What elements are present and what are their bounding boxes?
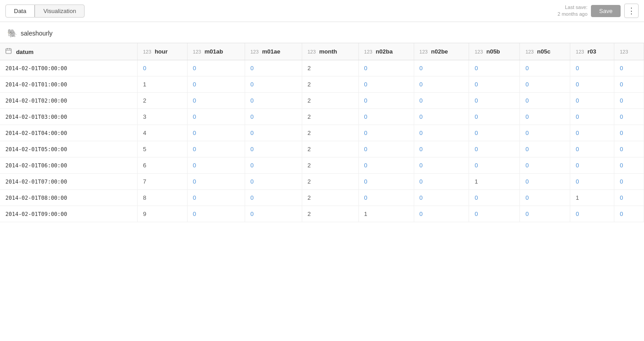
cell-n02be: 0 [414, 93, 469, 109]
postgres-icon: 🐘 [7, 28, 17, 38]
data-table: datum 123 hour 123 m01ab 123 m01ae 123 m… [0, 43, 644, 222]
table-row: 2014-02-01T01:00:001002000000 [0, 76, 644, 93]
cell-n05b: 0 [469, 125, 520, 141]
cell-n02ba: 0 [358, 190, 414, 206]
cell-m01ab: 0 [187, 190, 245, 206]
col-name-datum: datum [16, 49, 34, 55]
cell-n05b: 0 [469, 190, 520, 206]
col-name-hour: hour [155, 48, 168, 55]
cell-hour: 3 [137, 109, 187, 125]
cell-m01ab: 0 [187, 76, 245, 93]
col-name-m01ab: m01ab [205, 48, 223, 55]
data-table-container[interactable]: datum 123 hour 123 m01ab 123 m01ae 123 m… [0, 43, 644, 330]
cell-month: 2 [302, 109, 358, 125]
cell-m01ab: 0 [187, 174, 245, 190]
cell-m01ab: 0 [187, 60, 245, 76]
cell-datum: 2014-02-01T04:00:00 [0, 125, 137, 141]
cell-extra: 0 [614, 206, 644, 222]
cell-month: 2 [302, 190, 358, 206]
top-bar: Data Visualization Last save: 2 months a… [0, 0, 644, 22]
table-row: 2014-02-01T00:00:000002000000 [0, 60, 644, 76]
cell-m01ab: 0 [187, 93, 245, 109]
col-type-n05b: 123 [474, 49, 483, 54]
col-type-n05c: 123 [525, 49, 533, 54]
cell-hour: 2 [137, 93, 187, 109]
col-type-hour: 123 [143, 49, 151, 54]
cell-n05c: 0 [520, 76, 570, 93]
col-name-n05c: n05c [537, 48, 550, 55]
cell-n05c: 0 [520, 190, 570, 206]
cell-r03: 0 [570, 60, 614, 76]
cell-n02ba: 0 [358, 93, 414, 109]
col-header-datum: datum [0, 43, 137, 60]
cell-hour: 1 [137, 76, 187, 93]
cell-m01ab: 0 [187, 157, 245, 174]
cell-hour: 8 [137, 190, 187, 206]
col-header-m01ae: 123 m01ae [245, 43, 302, 60]
svg-rect-0 [6, 49, 11, 54]
col-name-r03: r03 [587, 48, 596, 55]
table-row: 2014-02-01T08:00:008002000010 [0, 190, 644, 206]
table-row: 2014-02-01T04:00:004002000000 [0, 125, 644, 141]
col-header-n02be: 123 n02be [414, 43, 469, 60]
cell-n02ba: 0 [358, 76, 414, 93]
cell-extra: 0 [614, 141, 644, 157]
cell-n05c: 0 [520, 60, 570, 76]
cell-r03: 0 [570, 109, 614, 125]
source-name: saleshourly [21, 30, 53, 37]
cell-extra: 0 [614, 93, 644, 109]
cell-hour: 7 [137, 174, 187, 190]
col-header-r03: 123 r03 [570, 43, 614, 60]
cell-month: 2 [302, 60, 358, 76]
cell-n02be: 0 [414, 174, 469, 190]
cell-hour: 0 [137, 60, 187, 76]
cell-m01ab: 0 [187, 141, 245, 157]
last-save-label: Last save: [558, 4, 588, 11]
cell-hour: 9 [137, 206, 187, 222]
col-type-n02ba: 123 [364, 49, 372, 54]
cell-n05c: 0 [520, 109, 570, 125]
col-type-n02be: 123 [420, 49, 428, 54]
cell-n05b: 0 [469, 141, 520, 157]
cell-m01ae: 0 [245, 190, 302, 206]
cell-n05c: 0 [520, 93, 570, 109]
cell-m01ab: 0 [187, 125, 245, 141]
cell-datum: 2014-02-01T07:00:00 [0, 174, 137, 190]
cell-m01ab: 0 [187, 206, 245, 222]
save-button[interactable]: Save [591, 5, 621, 17]
col-header-m01ab: 123 m01ab [187, 43, 245, 60]
col-type-m01ab: 123 [193, 49, 201, 54]
top-right-controls: Last save: 2 months ago Save ⋮ [558, 4, 639, 18]
cell-datum: 2014-02-01T00:00:00 [0, 60, 137, 76]
cell-n05b: 0 [469, 109, 520, 125]
col-header-n02ba: 123 n02ba [358, 43, 414, 60]
col-name-m01ae: m01ae [262, 48, 280, 55]
cell-n05b: 0 [469, 76, 520, 93]
cell-extra: 0 [614, 60, 644, 76]
cell-r03: 0 [570, 157, 614, 174]
cell-n02ba: 0 [358, 174, 414, 190]
cell-m01ae: 0 [245, 93, 302, 109]
cell-r03: 0 [570, 93, 614, 109]
cell-m01ab: 0 [187, 109, 245, 125]
more-options-button[interactable]: ⋮ [624, 4, 639, 18]
cell-hour: 4 [137, 125, 187, 141]
cell-m01ae: 0 [245, 60, 302, 76]
cell-n05c: 0 [520, 174, 570, 190]
last-save-time: 2 months ago [558, 11, 588, 18]
col-name-month: month [319, 48, 337, 55]
last-save-info: Last save: 2 months ago [558, 4, 588, 18]
table-row: 2014-02-01T07:00:007002001000 [0, 174, 644, 190]
tab-data[interactable]: Data [5, 4, 35, 18]
cell-n05c: 0 [520, 206, 570, 222]
more-options-icon: ⋮ [627, 6, 635, 16]
tab-visualization[interactable]: Visualization [35, 4, 85, 18]
cell-hour: 6 [137, 157, 187, 174]
cell-n02be: 0 [414, 190, 469, 206]
cell-n02ba: 0 [358, 60, 414, 76]
cell-n05b: 0 [469, 206, 520, 222]
cell-month: 2 [302, 174, 358, 190]
cell-datum: 2014-02-01T03:00:00 [0, 109, 137, 125]
cell-r03: 0 [570, 206, 614, 222]
cell-n02ba: 0 [358, 141, 414, 157]
